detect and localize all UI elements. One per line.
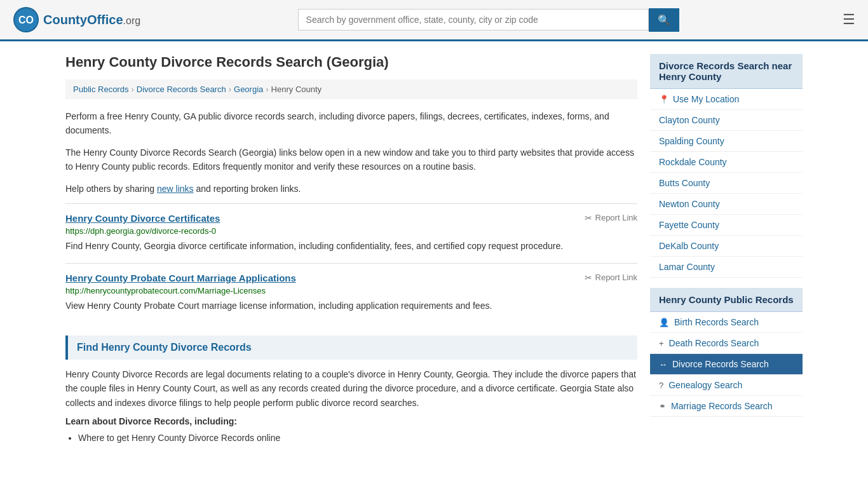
nearby-county-link-2[interactable]: Rockdale County (659, 157, 727, 167)
public-records-link-4[interactable]: Marriage Records Search (671, 401, 773, 411)
pin-icon: 📍 (659, 95, 669, 104)
breadcrumb-public-records[interactable]: Public Records (73, 85, 128, 94)
public-records-link-3[interactable]: Genealogy Search (668, 380, 742, 390)
logo-icon: CO (13, 6, 39, 33)
public-records-link-1[interactable]: Death Records Search (669, 338, 759, 348)
find-section-header: Find Henry County Divorce Records (65, 336, 637, 360)
nearby-county-item-0[interactable]: Clayton County (650, 110, 803, 131)
public-records-item-0[interactable]: 👤Birth Records Search (650, 312, 803, 333)
scissors-icon-1: ✂ (585, 213, 592, 223)
intro-para3: Help others by sharing new links and rep… (65, 182, 637, 196)
resource-desc-2: View Henry County Probate Court marriage… (65, 299, 637, 313)
breadcrumb-sep2: › (229, 85, 231, 94)
resource-card-2: Henry County Probate Court Marriage Appl… (65, 263, 637, 323)
nearby-county-item-6[interactable]: DeKalb County (650, 236, 803, 257)
report-link-label-1: Report Link (595, 213, 637, 222)
intro-para1: Perform a free Henry County, GA public d… (65, 109, 637, 138)
nearby-county-link-5[interactable]: Fayette County (659, 220, 719, 230)
bullet-list: Where to get Henry County Divorce Record… (78, 430, 637, 446)
nearby-county-item-3[interactable]: Butts County (650, 173, 803, 194)
logo-text: CountyOffice.org (43, 13, 140, 27)
nearby-county-link-3[interactable]: Butts County (659, 178, 710, 188)
breadcrumb-georgia[interactable]: Georgia (234, 85, 263, 94)
search-input[interactable] (298, 9, 649, 30)
content-area: Henry County Divorce Records Search (Geo… (65, 54, 637, 446)
nearby-section: Divorce Records Search near Henry County… (650, 54, 803, 278)
resource-desc-1: Find Henry County, Georgia divorce certi… (65, 240, 637, 253)
svg-text:CO: CO (18, 15, 34, 25)
public-records-section: Henry County Public Records 👤Birth Recor… (650, 288, 803, 417)
logo-area: CO CountyOffice.org (13, 6, 140, 33)
header: CO CountyOffice.org 🔍 ☰ (0, 0, 868, 41)
resource-header-2: Henry County Probate Court Marriage Appl… (65, 273, 637, 283)
report-link-btn-2[interactable]: ✂ Report Link (585, 273, 637, 283)
report-link-label-2: Report Link (595, 273, 637, 282)
page-title: Henry County Divorce Records Search (Geo… (65, 54, 637, 71)
public-records-icon-4: ⚭ (659, 402, 666, 411)
public-records-icon-1: + (659, 339, 664, 348)
nearby-county-link-1[interactable]: Spalding County (659, 136, 724, 146)
public-records-icon-2: ↔ (659, 360, 667, 369)
intro-para2: The Henry County Divorce Records Search … (65, 146, 637, 174)
public-records-link-0[interactable]: Birth Records Search (674, 317, 759, 327)
find-section-body: Henry County Divorce Records are legal d… (65, 367, 637, 410)
resource-url-1: https://dph.georgia.gov/divorce-records-… (65, 226, 637, 236)
public-records-header: Henry County Public Records (650, 288, 803, 312)
nearby-county-link-7[interactable]: Lamar County (659, 262, 715, 272)
public-records-item-2[interactable]: ↔Divorce Records Search (650, 354, 803, 375)
search-button[interactable]: 🔍 (649, 8, 679, 32)
breadcrumb-divorce-records[interactable]: Divorce Records Search (137, 85, 226, 94)
nearby-county-item-1[interactable]: Spalding County (650, 131, 803, 152)
nearby-county-link-6[interactable]: DeKalb County (659, 241, 719, 251)
search-area: 🔍 (298, 8, 679, 32)
find-section: Find Henry County Divorce Records Henry … (65, 336, 637, 446)
find-section-heading: Find Henry County Divorce Records (77, 342, 628, 353)
public-records-icon-0: 👤 (659, 318, 669, 327)
resource-title-1[interactable]: Henry County Divorce Certificates (65, 213, 220, 224)
public-records-list: 👤Birth Records Search+Death Records Sear… (650, 312, 803, 417)
scissors-icon-2: ✂ (585, 273, 592, 283)
nearby-counties-list: Clayton CountySpalding CountyRockdale Co… (650, 110, 803, 278)
resource-header-1: Henry County Divorce Certificates ✂ Repo… (65, 213, 637, 224)
nearby-county-item-4[interactable]: Newton County (650, 194, 803, 215)
learn-heading: Learn about Divorce Records, including: (65, 416, 637, 426)
breadcrumb-sep3: › (266, 85, 268, 94)
nearby-county-item-5[interactable]: Fayette County (650, 215, 803, 236)
public-records-item-1[interactable]: +Death Records Search (650, 333, 803, 354)
hamburger-menu[interactable]: ☰ (843, 11, 855, 28)
public-records-item-3[interactable]: ?Genealogy Search (650, 375, 803, 396)
breadcrumb: Public Records › Divorce Records Search … (65, 79, 637, 99)
nearby-county-item-2[interactable]: Rockdale County (650, 152, 803, 173)
sidebar: Divorce Records Search near Henry County… (650, 54, 803, 446)
use-location-item[interactable]: 📍 Use My Location (650, 89, 803, 110)
resource-url-2: http://henrycountyprobatecourt.com/Marri… (65, 286, 637, 295)
main-layout: Henry County Divorce Records Search (Geo… (53, 41, 815, 446)
public-records-label-2: Divorce Records Search (672, 359, 769, 369)
bullet-item-1: Where to get Henry County Divorce Record… (78, 430, 637, 446)
resource-title-2[interactable]: Henry County Probate Court Marriage Appl… (65, 273, 296, 283)
public-records-icon-3: ? (659, 381, 663, 390)
nearby-county-link-0[interactable]: Clayton County (659, 115, 720, 125)
breadcrumb-henry-county: Henry County (271, 85, 322, 94)
use-location-link[interactable]: Use My Location (673, 94, 739, 104)
report-link-btn-1[interactable]: ✂ Report Link (585, 213, 637, 223)
nearby-county-item-7[interactable]: Lamar County (650, 257, 803, 278)
resource-card-1: Henry County Divorce Certificates ✂ Repo… (65, 203, 637, 263)
nearby-county-link-4[interactable]: Newton County (659, 199, 720, 209)
public-records-item-4[interactable]: ⚭Marriage Records Search (650, 396, 803, 417)
new-links-link[interactable]: new links (157, 184, 194, 194)
breadcrumb-sep1: › (131, 85, 133, 94)
nearby-header: Divorce Records Search near Henry County (650, 54, 803, 89)
